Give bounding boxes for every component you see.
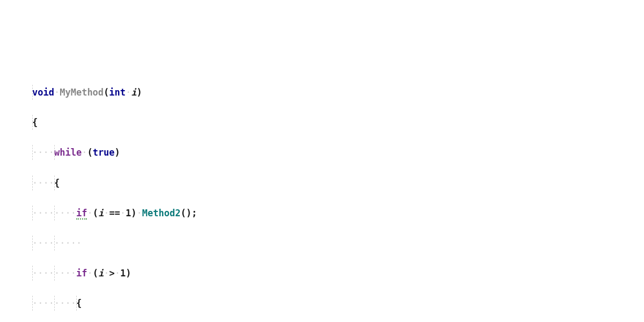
code-line: { bbox=[32, 115, 644, 130]
lparen: ( bbox=[104, 87, 109, 98]
code-line: ········if·(i·>·1) bbox=[32, 266, 644, 281]
rparen: ) bbox=[137, 87, 142, 98]
code-line: ····{ bbox=[32, 175, 644, 191]
code-line: ········{ bbox=[32, 296, 644, 311]
op-eq: == bbox=[109, 208, 120, 218]
op-gt: > bbox=[109, 268, 114, 279]
code-line: void·MyMethod(int·i) bbox=[32, 85, 644, 100]
code-line: ········· bbox=[32, 236, 644, 251]
whitespace-dot: · bbox=[54, 87, 60, 98]
code-editor[interactable]: void·MyMethod(int·i) { ····while·(true) … bbox=[32, 70, 644, 322]
keyword-int: int bbox=[109, 87, 126, 98]
keyword-void: void bbox=[32, 87, 54, 98]
literal-true: true bbox=[93, 147, 115, 158]
keyword-if: if bbox=[76, 268, 87, 279]
method-name: MyMethod bbox=[60, 87, 104, 98]
param-i: i bbox=[131, 87, 136, 98]
code-line: ····while·(true) bbox=[32, 145, 644, 160]
lbrace: { bbox=[32, 117, 38, 128]
method-call: Method2 bbox=[142, 208, 181, 218]
keyword-while: while bbox=[54, 147, 82, 158]
keyword-if-hinted: if bbox=[76, 208, 87, 219]
code-line: ········if·(i·==·1)·Method2(); bbox=[32, 206, 644, 221]
